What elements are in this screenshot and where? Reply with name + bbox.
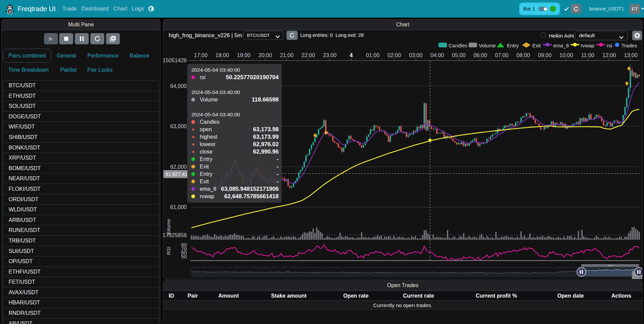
- svg-text:03:00: 03:00: [409, 52, 423, 58]
- svg-text:07:00: 07:00: [495, 52, 509, 58]
- svg-text:18:00: 18:00: [215, 52, 229, 58]
- svg-text:04:00: 04:00: [430, 52, 444, 58]
- svg-text:4: 4: [350, 52, 353, 58]
- svg-text:50: 50: [181, 254, 187, 259]
- svg-text:21:00: 21:00: [280, 52, 294, 58]
- svg-text:17:00: 17:00: [194, 52, 208, 58]
- svg-text:01:00: 01:00: [366, 52, 380, 58]
- svg-text:64,000: 64,000: [170, 83, 187, 89]
- svg-text:515051426: 515051426: [163, 57, 187, 63]
- svg-text:63,000: 63,000: [170, 123, 187, 129]
- svg-text:10:00: 10:00: [559, 52, 573, 58]
- svg-text:61,000: 61,000: [170, 204, 187, 210]
- svg-text:02:00: 02:00: [387, 52, 401, 58]
- svg-text:RSI: RSI: [166, 247, 171, 255]
- svg-text:22:00: 22:00: [301, 52, 315, 58]
- svg-text:20:00: 20:00: [258, 52, 272, 58]
- svg-text:23:00: 23:00: [323, 52, 337, 58]
- svg-text:12:00: 12:00: [602, 52, 616, 58]
- svg-text:Volume: Volume: [166, 219, 171, 236]
- svg-text:19:00: 19:00: [237, 52, 251, 58]
- svg-text:06:00: 06:00: [473, 52, 487, 58]
- svg-text:61,827.41: 61,827.41: [166, 171, 188, 177]
- svg-text:05:00: 05:00: [452, 52, 466, 58]
- svg-text:62,000: 62,000: [170, 164, 187, 170]
- svg-text:11:00: 11:00: [581, 52, 594, 58]
- svg-text:09:00: 09:00: [538, 52, 552, 58]
- svg-text:13:00: 13:00: [624, 52, 638, 58]
- svg-text:08:00: 08:00: [516, 52, 530, 58]
